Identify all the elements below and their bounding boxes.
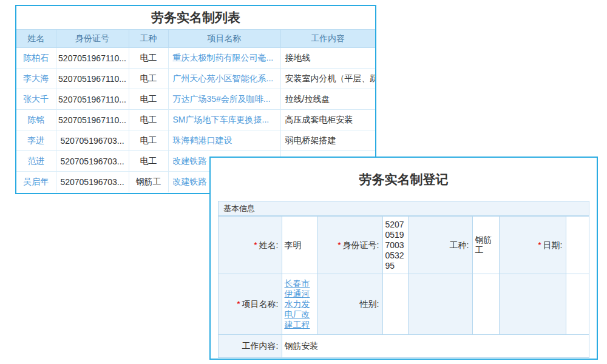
worktype-value: 钢筋工 [472,217,499,274]
empty-label-cell [408,274,472,335]
workcontent-label: 工作内容: [219,335,282,357]
worker-id-cell: 5207051967110... [56,110,129,130]
name-value: 李明 [282,217,317,274]
date-value [566,217,589,274]
col-header-id: 身份证号 [56,30,129,48]
empty-value-cell [472,274,499,335]
project-link[interactable]: 万达广场35#会所及咖啡... [168,89,280,110]
required-asterisk: * [337,240,341,250]
section-header-basic-info: 基本信息 [219,201,589,216]
project-link[interactable]: 珠海鹤港口建设 [168,130,280,151]
page: 劳务实名制列表 姓名 身份证号 工种 项目名称 工作内容 陈柏石 5207051… [0,0,607,364]
list-panel-title: 劳务实名制列表 [16,6,375,29]
gender-label: 性别: [317,274,382,335]
empty-label-cell [499,274,566,335]
worker-name-link[interactable]: 张大千 [16,89,56,110]
worker-id-cell: 5207051967110... [56,89,129,110]
name-label: *姓名: [219,217,282,274]
table-row: 陈铭 5207051967110... 电工 SM广场地下车库更换摄... 高压… [16,110,375,130]
worker-type-cell: 电工 [129,130,168,151]
labor-register-panel: 劳务实名制登记 基本信息 *姓名: 李明 *身份证号: 520705197003… [209,157,598,360]
worker-name-link[interactable]: 陈铭 [16,110,56,130]
register-form-table: *姓名: 李明 *身份证号: 520705197003053295 工种: 钢筋… [219,216,589,357]
project-link[interactable]: SM广场地下车库更换摄... [168,110,280,130]
table-row: 张大千 5207051967110... 电工 万达广场35#会所及咖啡... … [16,89,375,110]
required-asterisk: * [254,240,257,250]
project-name-link[interactable]: 长春市伊通河水力发电厂改建工程 [285,278,310,329]
worker-type-cell: 钢筋工 [129,172,168,192]
required-asterisk: * [237,299,240,309]
form-row-1: *姓名: 李明 *身份证号: 520705197003053295 工种: 钢筋… [219,217,589,274]
list-header-row: 姓名 身份证号 工种 项目名称 工作内容 [16,30,375,48]
work-content-cell: 接地线 [280,48,375,69]
form-panel-title: 劳务实名制登记 [211,170,597,188]
col-header-name: 姓名 [16,30,56,48]
work-content-cell: 弱电桥架搭建 [280,130,375,151]
project-label: *项目名称: [219,274,282,335]
form-row-2: *项目名称: 长春市伊通河水力发电厂改建工程 性别: [219,274,589,335]
worktype-label: 工种: [408,217,472,274]
col-header-workcontent: 工作内容 [280,30,375,48]
form-row-3: 工作内容: 钢筋安装 [219,335,589,357]
worker-type-cell: 电工 [129,69,168,89]
worker-name-link[interactable]: 吴启年 [16,172,56,192]
required-asterisk: * [538,240,541,250]
project-link[interactable]: 广州天心苑小区智能化系... [168,69,280,89]
worker-name-link[interactable]: 陈柏石 [16,48,56,69]
worker-type-cell: 电工 [129,48,168,69]
work-content-cell: 高压成套电柜安装 [280,110,375,130]
worker-name-link[interactable]: 范进 [16,151,56,172]
gender-value [382,274,408,335]
date-label: *日期: [499,217,566,274]
col-header-worktype: 工种 [129,30,168,48]
table-row: 李大海 5207051967110... 电工 广州天心苑小区智能化系... 安… [16,69,375,89]
basic-info-box: 基本信息 *姓名: 李明 *身份证号: 520705197003053295 工… [218,201,589,358]
worker-type-cell: 电工 [129,110,168,130]
worker-id-cell: 520705196703... [56,151,129,172]
project-link[interactable]: 重庆太极制药有限公司毫... [168,48,280,69]
worker-type-cell: 电工 [129,151,168,172]
worker-id-cell: 520705196703... [56,130,129,151]
id-label: *身份证号: [317,217,382,274]
worker-name-link[interactable]: 李大海 [16,69,56,89]
id-value: 520705197003053295 [382,217,408,274]
worker-id-cell: 5207051967110... [56,48,129,69]
col-header-project: 项目名称 [168,30,280,48]
project-value: 长春市伊通河水力发电厂改建工程 [282,274,317,335]
table-row: 陈柏石 5207051967110... 电工 重庆太极制药有限公司毫... 接… [16,48,375,69]
work-content-cell: 拉线/拉线盘 [280,89,375,110]
worker-id-cell: 5207051967110... [56,69,129,89]
worker-name-link[interactable]: 李进 [16,130,56,151]
work-content-cell: 安装室内分机（平层、跃... [280,69,375,89]
empty-value-cell [566,274,589,335]
worker-type-cell: 电工 [129,89,168,110]
worker-id-cell: 520705196703... [56,172,129,192]
table-row: 李进 520705196703... 电工 珠海鹤港口建设 弱电桥架搭建 [16,130,375,151]
workcontent-value: 钢筋安装 [282,335,589,357]
